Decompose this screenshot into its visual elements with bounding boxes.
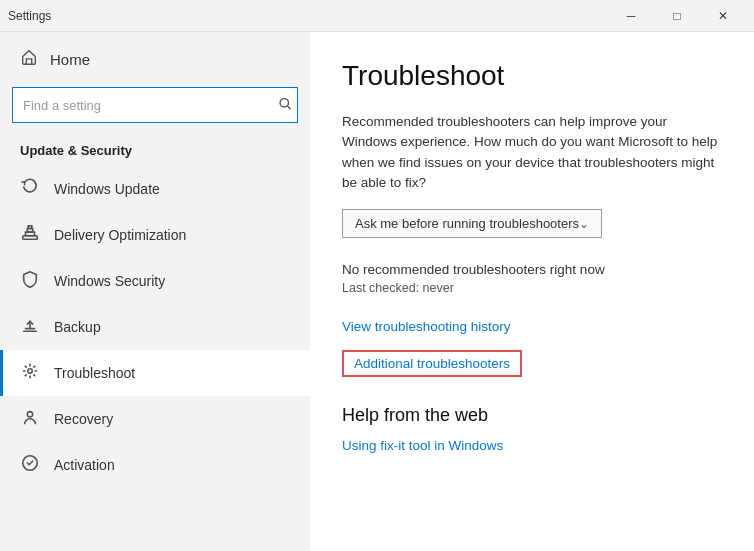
page-title: Troubleshoot: [342, 60, 722, 92]
last-checked-text: Last checked: never: [342, 281, 722, 295]
refresh-icon: [20, 178, 40, 200]
no-troubleshooters-text: No recommended troubleshooters right now: [342, 262, 722, 277]
dropdown-label: Ask me before running troubleshooters: [355, 216, 579, 231]
troubleshoot-label: Troubleshoot: [54, 365, 135, 381]
windows-security-label: Windows Security: [54, 273, 165, 289]
upload-icon: [20, 224, 40, 246]
chevron-down-icon: ⌄: [579, 217, 589, 231]
close-button[interactable]: ✕: [700, 0, 746, 32]
title-bar: Settings ─ □ ✕: [0, 0, 754, 32]
search-input[interactable]: [12, 87, 298, 123]
sidebar-item-recovery[interactable]: Recovery: [0, 396, 310, 442]
svg-point-7: [27, 412, 32, 417]
sidebar-item-delivery-optimization[interactable]: Delivery Optimization: [0, 212, 310, 258]
windows-update-label: Windows Update: [54, 181, 160, 197]
app-title: Settings: [8, 9, 51, 23]
help-from-web-title: Help from the web: [342, 405, 722, 426]
svg-rect-5: [28, 226, 32, 229]
recovery-label: Recovery: [54, 411, 113, 427]
view-history-link[interactable]: View troubleshooting history: [342, 319, 722, 334]
app-body: Home Update & Security Windows Update: [0, 32, 754, 551]
shield-icon: [20, 270, 40, 292]
sidebar-item-activation[interactable]: Activation: [0, 442, 310, 488]
activation-label: Activation: [54, 457, 115, 473]
troubleshooter-preference-dropdown[interactable]: Ask me before running troubleshooters ⌄: [342, 209, 602, 238]
sidebar-item-windows-update[interactable]: Windows Update: [0, 166, 310, 212]
svg-point-0: [280, 99, 288, 107]
main-panel: Troubleshoot Recommended troubleshooters…: [310, 32, 754, 551]
minimize-button[interactable]: ─: [608, 0, 654, 32]
search-box: [12, 87, 298, 123]
additional-troubleshooters-button[interactable]: Additional troubleshooters: [342, 350, 522, 377]
search-icon: [278, 97, 292, 114]
backup-label: Backup: [54, 319, 101, 335]
maximize-button[interactable]: □: [654, 0, 700, 32]
using-fix-it-link[interactable]: Using fix-it tool in Windows: [342, 438, 722, 453]
sidebar-home-item[interactable]: Home: [0, 32, 310, 87]
home-label: Home: [50, 51, 90, 68]
window-controls: ─ □ ✕: [608, 0, 746, 32]
section-label: Update & Security: [0, 135, 310, 166]
home-icon: [20, 48, 38, 71]
description-text: Recommended troubleshooters can help imp…: [342, 112, 722, 193]
recovery-icon: [20, 408, 40, 430]
sidebar: Home Update & Security Windows Update: [0, 32, 310, 551]
backup-icon: [20, 316, 40, 338]
wrench-icon: [20, 362, 40, 384]
svg-point-6: [28, 369, 33, 374]
sidebar-item-windows-security[interactable]: Windows Security: [0, 258, 310, 304]
sidebar-item-backup[interactable]: Backup: [0, 304, 310, 350]
svg-line-1: [287, 106, 290, 109]
delivery-optimization-label: Delivery Optimization: [54, 227, 186, 243]
sidebar-item-troubleshoot[interactable]: Troubleshoot: [0, 350, 310, 396]
check-circle-icon: [20, 454, 40, 476]
